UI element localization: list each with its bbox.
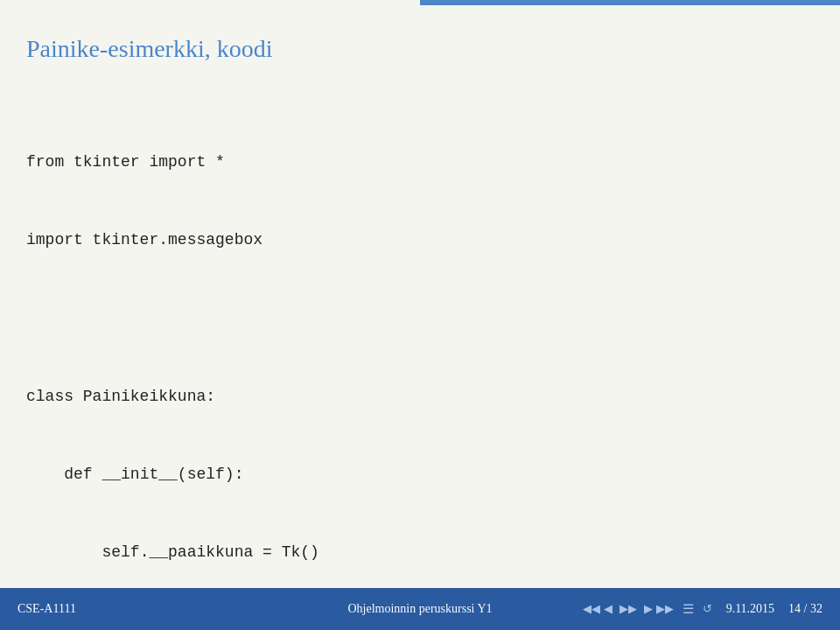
- code-line-5: def __init__(self):: [26, 462, 796, 488]
- code-line-2: import tkinter.messagebox: [26, 228, 796, 254]
- nav-next-icon[interactable]: ▶: [644, 602, 653, 616]
- footer-page-number: 14 / 32: [788, 602, 822, 616]
- footer-right: ◀◀ ◀ ▶▶ ▶ ▶▶ ☰ ↺ 9.11.2015 14 / 32: [583, 601, 822, 617]
- nav-controls[interactable]: ◀◀ ◀ ▶▶ ▶ ▶▶ ☰ ↺: [583, 601, 712, 617]
- nav-first-icon[interactable]: ◀◀: [583, 602, 600, 616]
- code-line-4: class Painikeikkuna:: [26, 384, 796, 410]
- nav-last-icon[interactable]: ▶▶: [656, 602, 674, 616]
- footer-date: 9.11.2015: [726, 602, 774, 616]
- footer-course-name: Ohjelmoinnin peruskurssi Y1: [347, 602, 492, 616]
- nav-prev-icon[interactable]: ◀: [604, 602, 612, 616]
- code-line-3: [26, 306, 796, 332]
- code-block: from tkinter import * import tkinter.mes…: [26, 98, 796, 630]
- nav-menu-icon[interactable]: ▶▶: [620, 602, 637, 616]
- footer-course-code: CSE-A1111: [18, 602, 76, 616]
- code-line-6: self.__paaikkuna = Tk(): [26, 540, 796, 566]
- slide-title: Painike-esimerkki, koodi: [26, 35, 796, 63]
- nav-refresh-icon[interactable]: ↺: [703, 602, 712, 616]
- code-line-1: from tkinter import *: [26, 150, 796, 176]
- slide-content: Painike-esimerkki, koodi from tkinter im…: [0, 0, 840, 588]
- nav-list-icon[interactable]: ☰: [682, 601, 694, 617]
- footer-bar: CSE-A1111 Ohjelmoinnin peruskurssi Y1 ◀◀…: [0, 588, 840, 630]
